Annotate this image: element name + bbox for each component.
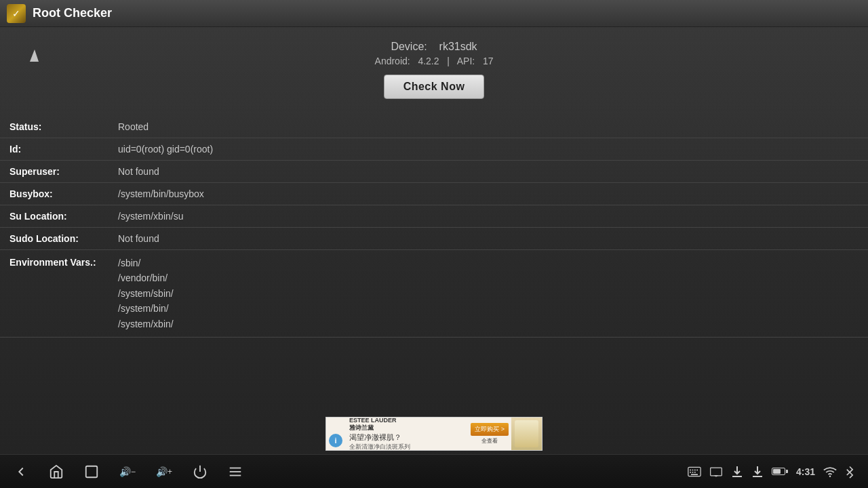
ad-line1: 渴望净澈裸肌？ [349, 432, 464, 443]
app-title: Root Checker [33, 6, 112, 20]
download-icon-2 [751, 465, 764, 479]
ad-info-icon: i [329, 434, 342, 447]
id-value: uid=0(root) gid=0(root) [108, 138, 868, 161]
env-var-1: /sbin/ [118, 256, 859, 270]
power-button[interactable] [193, 464, 208, 479]
id-label: Id: [0, 138, 108, 161]
check-now-button[interactable]: Check Now [384, 75, 485, 99]
svg-point-19 [829, 475, 831, 477]
info-table: Status: Rooted Id: uid=0(root) gid=0(roo… [0, 116, 868, 338]
superuser-label: Superuser: [0, 161, 108, 183]
table-row: Superuser: Not found [0, 161, 868, 183]
ad-line2: 全新清澈净白淡斑系列 [349, 443, 464, 451]
home-button[interactable] [49, 464, 64, 479]
svg-rect-6 [690, 469, 691, 470]
volume-down-button[interactable]: 🔊− [119, 466, 136, 477]
env-vars-label: Environment Vars.: [0, 250, 108, 338]
back-button[interactable] [14, 464, 28, 479]
svg-rect-18 [753, 476, 762, 477]
table-row: Sudo Location: Not found [0, 228, 868, 250]
busybox-value: /system/bin/busybox [108, 183, 868, 205]
svg-rect-17 [732, 476, 742, 477]
su-location-label: Su Location: [0, 205, 108, 228]
ad-banner[interactable]: i ESTEE LAUDER 雅诗兰黛 渴望净澈裸肌？ 全新清澈净白淡斑系列 立… [326, 417, 542, 451]
svg-rect-10 [690, 472, 691, 473]
sudo-location-label: Sudo Location: [0, 228, 108, 250]
nav-left-controls: 🔊− 🔊+ [14, 464, 243, 479]
env-var-2: /vendor/bin/ [118, 270, 859, 285]
table-row: Su Location: /system/xbin/su [0, 205, 868, 228]
battery-indicator [772, 468, 788, 475]
ad-brand-cn: 雅诗兰黛 [349, 424, 374, 431]
svg-rect-0 [86, 466, 98, 477]
table-row: Id: uid=0(root) gid=0(root) [0, 138, 868, 161]
device-name: rk31sdk [439, 41, 477, 52]
api-label: API: [457, 56, 475, 66]
nav-bar: 🔊− 🔊+ [0, 454, 868, 488]
env-var-4: /system/bin/ [118, 301, 859, 316]
table-row: Busybox: /system/bin/busybox [0, 183, 868, 205]
app-icon: ✓ [7, 4, 26, 23]
svg-rect-12 [694, 472, 696, 473]
api-separator: | [447, 56, 450, 66]
table-row: Status: Rooted [0, 116, 868, 138]
main-content: Device: rk31sdk Android: 4.2.2 | API: 17… [0, 27, 868, 454]
system-time: 4:31 [796, 466, 815, 477]
status-label: Status: [0, 116, 108, 138]
ad-brand-name: ESTEE LAUDER 雅诗兰黛 [349, 418, 464, 432]
svg-rect-11 [692, 472, 694, 473]
wifi-icon [823, 466, 837, 477]
volume-up-button[interactable]: 🔊+ [156, 466, 172, 477]
env-vars-row: Environment Vars.: /sbin/ /vendor/bin/ /… [0, 250, 868, 338]
svg-rect-9 [696, 469, 698, 470]
android-info-line: Android: 4.2.2 | API: 17 [0, 56, 868, 66]
svg-rect-7 [692, 469, 694, 470]
keyboard-icon [688, 466, 701, 477]
download-icon-1 [731, 465, 743, 479]
svg-rect-13 [691, 474, 698, 475]
device-name-line: Device: rk31sdk [0, 41, 868, 53]
ad-product-image [511, 418, 542, 450]
sudo-location-value: Not found [108, 228, 868, 250]
device-label: Device: [391, 41, 427, 52]
android-label: Android: [375, 56, 410, 66]
ad-brand-en: ESTEE LAUDER [349, 418, 397, 424]
ad-more-link[interactable]: 全查看 [471, 437, 509, 445]
ad-content: ESTEE LAUDER 雅诗兰黛 渴望净澈裸肌？ 全新清澈净白淡斑系列 立即购… [345, 418, 542, 450]
busybox-label: Busybox: [0, 183, 108, 205]
screen-icon [709, 466, 723, 477]
status-value: Rooted [108, 116, 868, 138]
api-version: 17 [483, 56, 494, 66]
android-version: 4.2.2 [418, 56, 439, 66]
nav-right-status: 4:31 [688, 465, 854, 479]
recents-button[interactable] [84, 464, 99, 479]
svg-rect-14 [711, 468, 722, 476]
menu-button[interactable] [228, 464, 243, 479]
svg-rect-8 [694, 469, 696, 470]
su-location-value: /system/xbin/su [108, 205, 868, 228]
bluetooth-icon [845, 465, 854, 479]
ad-btn-section: 立即购买 > 全查看 [468, 418, 511, 450]
device-info-section: Device: rk31sdk Android: 4.2.2 | API: 17… [0, 34, 868, 102]
ad-cta-button[interactable]: 立即购买 > [471, 423, 509, 436]
title-bar: ✓ Root Checker [0, 0, 868, 27]
env-vars-values: /sbin/ /vendor/bin/ /system/sbin/ /syste… [108, 250, 868, 338]
env-var-5: /system/xbin/ [118, 317, 859, 331]
superuser-value: Not found [108, 161, 868, 183]
ad-text-section: ESTEE LAUDER 雅诗兰黛 渴望净澈裸肌？ 全新清澈净白淡斑系列 [345, 418, 468, 450]
env-var-3: /system/sbin/ [118, 286, 859, 301]
